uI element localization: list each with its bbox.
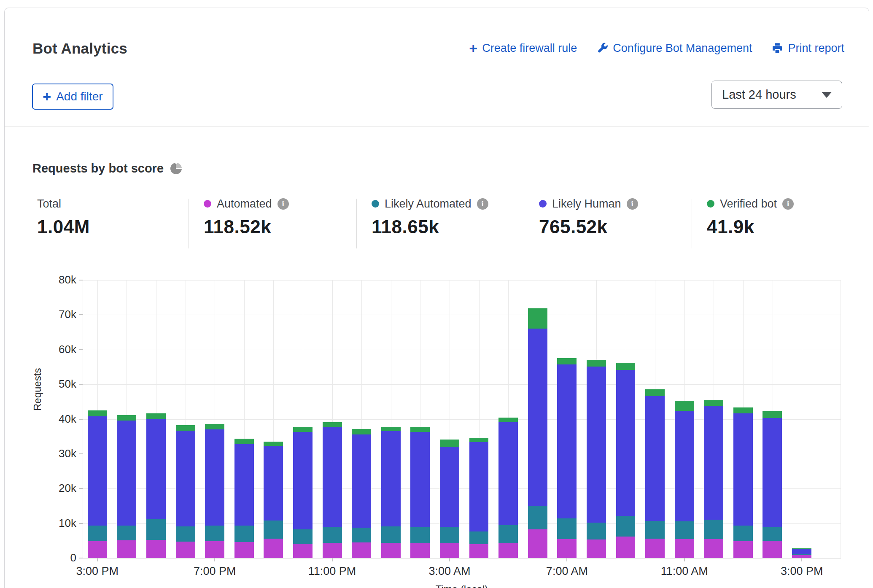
bar-segment-likely-human[interactable] [117, 421, 136, 526]
info-icon[interactable]: i [477, 198, 488, 210]
stacked-bar-100am[interactable] [381, 427, 401, 558]
bar-segment-likely-automated[interactable] [587, 523, 606, 539]
stacked-bar-1000pm[interactable] [293, 427, 313, 558]
bar-segment-likely-human[interactable] [176, 431, 195, 526]
bar-segment-likely-automated[interactable] [616, 516, 636, 537]
info-icon[interactable]: i [278, 198, 289, 210]
stacked-bar-800pm[interactable] [234, 439, 254, 558]
stacked-bar-1100am[interactable] [675, 401, 694, 558]
bar-segment-verified-bot[interactable] [176, 425, 195, 431]
bar-segment-likely-automated[interactable] [323, 527, 342, 543]
time-range-dropdown[interactable]: Last 24 hours [711, 81, 842, 109]
bar-segment-automated[interactable] [88, 541, 107, 558]
bar-segment-likely-automated[interactable] [645, 521, 665, 539]
bar-segment-automated[interactable] [264, 539, 283, 558]
bar-segment-verified-bot[interactable] [205, 424, 224, 429]
bar-segment-automated[interactable] [675, 539, 694, 558]
bar-segment-verified-bot[interactable] [117, 415, 136, 421]
stacked-bar-300am[interactable] [440, 440, 459, 558]
bar-segment-likely-human[interactable] [234, 444, 254, 526]
stacked-bar-200pm[interactable] [763, 411, 782, 558]
stacked-bar-200am[interactable] [410, 427, 430, 558]
bar-segment-verified-bot[interactable] [733, 407, 753, 413]
bar-segment-likely-automated[interactable] [733, 526, 753, 541]
bar-segment-likely-human[interactable] [469, 442, 489, 531]
bar-segment-likely-human[interactable] [410, 432, 430, 527]
bar-segment-automated[interactable] [763, 541, 782, 558]
bar-segment-likely-human[interactable] [205, 429, 224, 526]
bar-segment-likely-automated[interactable] [205, 526, 224, 541]
bar-segment-automated[interactable] [616, 537, 636, 558]
bar-segment-automated[interactable] [381, 543, 401, 558]
stacked-bar-1100pm[interactable] [323, 422, 342, 558]
bar-segment-verified-bot[interactable] [645, 389, 665, 396]
bar-segment-likely-automated[interactable] [704, 520, 723, 539]
bar-segment-automated[interactable] [587, 539, 606, 558]
info-icon[interactable]: i [782, 198, 794, 210]
stacked-bar-400am[interactable] [469, 438, 489, 558]
stacked-bar-100pm[interactable] [733, 407, 753, 558]
bar-segment-verified-bot[interactable] [381, 427, 401, 431]
bar-segment-likely-automated[interactable] [498, 525, 518, 544]
bar-segment-likely-human[interactable] [733, 413, 753, 526]
bar-segment-automated[interactable] [498, 543, 518, 558]
stacked-bar-500pm[interactable] [146, 413, 166, 558]
bar-segment-verified-bot[interactable] [557, 358, 577, 364]
stacked-bar-300pm[interactable] [792, 548, 811, 558]
bar-segment-verified-bot[interactable] [264, 442, 283, 446]
bar-segment-likely-human[interactable] [264, 446, 283, 521]
print-report-link[interactable]: Print report [771, 42, 844, 55]
stacked-bar-1200am[interactable] [352, 429, 371, 558]
bar-segment-likely-automated[interactable] [675, 521, 694, 539]
bar-segment-likely-automated[interactable] [763, 527, 782, 541]
bar-segment-likely-human[interactable] [616, 370, 636, 516]
create-firewall-rule-link[interactable]: + Create firewall rule [469, 41, 577, 55]
bar-segment-automated[interactable] [557, 539, 577, 558]
bar-segment-automated[interactable] [528, 529, 547, 558]
stacked-bar-600pm[interactable] [176, 425, 195, 558]
bar-segment-automated[interactable] [704, 539, 723, 558]
bar-segment-likely-automated[interactable] [528, 506, 547, 529]
bar-segment-likely-human[interactable] [763, 418, 782, 527]
bar-segment-automated[interactable] [645, 539, 665, 558]
bar-segment-likely-human[interactable] [381, 431, 401, 527]
bar-segment-likely-automated[interactable] [469, 531, 489, 544]
bar-segment-automated[interactable] [205, 541, 224, 558]
bar-segment-likely-human[interactable] [146, 419, 166, 519]
bar-segment-likely-human[interactable] [498, 422, 518, 525]
bar-segment-verified-bot[interactable] [587, 360, 606, 367]
bar-segment-likely-automated[interactable] [293, 529, 313, 544]
stacked-bar-700am[interactable] [557, 358, 577, 558]
bar-segment-automated[interactable] [440, 543, 459, 558]
bar-segment-verified-bot[interactable] [498, 418, 518, 422]
bar-segment-likely-automated[interactable] [88, 526, 107, 541]
bar-segment-verified-bot[interactable] [675, 401, 694, 411]
bar-segment-likely-human[interactable] [587, 367, 606, 523]
stacked-bar-600am[interactable] [528, 308, 547, 558]
bar-segment-likely-human[interactable] [645, 396, 665, 521]
bar-segment-likely-human[interactable] [323, 427, 342, 527]
bar-segment-verified-bot[interactable] [440, 440, 459, 446]
stacked-bar-900am[interactable] [616, 363, 636, 558]
bar-segment-likely-human[interactable] [557, 364, 577, 518]
bar-segment-verified-bot[interactable] [704, 400, 723, 406]
bar-segment-verified-bot[interactable] [293, 427, 313, 432]
configure-bot-management-link[interactable]: Configure Bot Management [596, 42, 752, 55]
bar-segment-automated[interactable] [293, 544, 313, 558]
bar-segment-likely-automated[interactable] [146, 519, 166, 540]
bar-segment-likely-human[interactable] [704, 406, 723, 519]
bar-segment-automated[interactable] [176, 542, 195, 558]
bar-segment-automated[interactable] [117, 540, 136, 558]
bar-segment-verified-bot[interactable] [469, 438, 489, 442]
stacked-bar-1200pm[interactable] [704, 400, 723, 558]
bar-segment-likely-human[interactable] [352, 434, 371, 528]
bar-segment-likely-automated[interactable] [176, 526, 195, 542]
stacked-bar-700pm[interactable] [205, 424, 224, 558]
bar-segment-likely-human[interactable] [293, 432, 313, 529]
add-filter-button[interactable]: + Add filter [32, 84, 113, 110]
bar-segment-automated[interactable] [323, 543, 342, 558]
bar-segment-likely-human[interactable] [528, 329, 547, 506]
bar-segment-verified-bot[interactable] [146, 413, 166, 419]
bar-segment-verified-bot[interactable] [410, 427, 430, 432]
bar-segment-verified-bot[interactable] [763, 411, 782, 418]
